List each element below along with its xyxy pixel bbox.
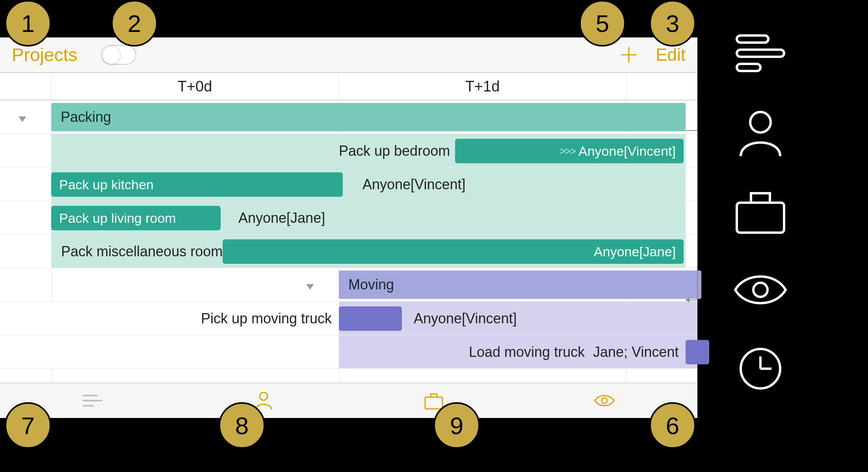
task-row[interactable]: Pick up moving truck Anyone[Vincent]	[0, 302, 697, 335]
app-frame: Projects Edit T+0d T+1d ▼ Packing Pack u…	[0, 37, 697, 418]
task-label: Load moving truck	[469, 344, 585, 360]
task-label: Pack up living room	[59, 211, 176, 226]
legend-gantt-icon	[721, 24, 800, 83]
group-bar-moving[interactable]: Moving	[339, 271, 701, 299]
task-row[interactable]: Pack up living room Anyone[Jane]	[0, 201, 697, 235]
timeline-day-0: T+0d	[51, 73, 339, 100]
gantt-icon	[81, 391, 105, 410]
eye-icon	[593, 391, 616, 410]
svg-rect-9	[737, 50, 784, 57]
gantt-view-button[interactable]	[79, 389, 107, 412]
gantt-chart[interactable]: ▼ Packing Pack up bedroom >>> Anyone[Vin…	[0, 101, 697, 382]
svg-rect-6	[425, 397, 442, 409]
task-label: Pack miscellaneous rooms	[61, 243, 230, 260]
task-resource: Anyone[Vincent]	[362, 176, 466, 193]
legend-clock-icon	[721, 339, 800, 398]
task-bar-pack-misc[interactable]: Anyone[Jane]	[223, 239, 684, 264]
task-label: Pack up kitchen	[59, 177, 154, 192]
task-row[interactable]: Pack up bedroom >>> Anyone[Vincent]	[0, 134, 697, 168]
svg-point-11	[750, 112, 771, 132]
group-label: Moving	[348, 276, 394, 293]
timeline-header: T+0d T+1d	[0, 73, 697, 101]
svg-point-7	[602, 398, 607, 403]
view-toggle-switch[interactable]	[101, 45, 136, 65]
edit-button[interactable]: Edit	[656, 45, 686, 65]
legend-eye-icon	[721, 260, 800, 319]
legend-briefcase-icon	[721, 181, 800, 241]
callout-badge-8: 8	[219, 402, 265, 449]
task-bar-pack-living[interactable]: Pack up living room	[51, 206, 221, 230]
task-bar-pack-bedroom[interactable]: >>> Anyone[Vincent]	[455, 139, 684, 163]
task-resource: Anyone[Vincent]	[578, 144, 676, 159]
task-bar-pack-kitchen[interactable]: Pack up kitchen	[51, 172, 343, 197]
legend-person-icon	[721, 103, 800, 162]
svg-rect-10	[737, 64, 760, 71]
timeline-day-1: T+1d	[339, 73, 626, 100]
side-icon-legend	[721, 24, 839, 398]
task-row[interactable]: Pack up kitchen Anyone[Vincent]	[0, 168, 697, 201]
svg-point-13	[753, 283, 768, 297]
group-bar-packing[interactable]: Packing	[51, 103, 686, 131]
task-bar-pick-truck[interactable]	[339, 306, 402, 331]
callout-badge-7: 7	[5, 402, 51, 449]
task-resource: Anyone[Vincent]	[414, 310, 517, 327]
collapse-icon[interactable]: ▼	[303, 281, 317, 291]
svg-rect-8	[737, 35, 768, 43]
svg-rect-12	[737, 203, 784, 233]
projects-back-button[interactable]: Projects	[12, 44, 77, 65]
task-row[interactable]: Pack miscellaneous rooms Anyone[Jane]	[0, 235, 697, 268]
callout-badge-5: 5	[579, 0, 626, 47]
group-label: Packing	[61, 109, 111, 125]
group-row-packing[interactable]: ▼ Packing	[0, 101, 697, 134]
callout-badge-6: 6	[649, 402, 696, 449]
plus-icon	[619, 45, 638, 64]
task-label: Pack up bedroom	[339, 143, 450, 159]
bottom-toolbar	[0, 382, 697, 418]
callout-badge-3: 3	[649, 0, 696, 47]
dependency-arrow-icon: >>>	[559, 145, 575, 157]
task-label: Pick up moving truck	[201, 310, 332, 327]
add-button[interactable]	[618, 44, 640, 66]
task-row[interactable]: Load moving truck Jane; Vincent	[0, 335, 697, 369]
callout-badge-2: 2	[111, 0, 158, 47]
view-options-button[interactable]	[590, 389, 619, 412]
task-resource: Jane; Vincent	[593, 344, 679, 360]
collapse-icon[interactable]: ▼	[16, 113, 29, 124]
callout-badge-1: 1	[5, 0, 51, 47]
task-resource: Anyone[Jane]	[594, 244, 676, 259]
task-bar-load-truck[interactable]	[686, 340, 709, 364]
svg-point-5	[260, 392, 268, 400]
group-row-moving[interactable]: ▼ Moving	[0, 268, 697, 302]
task-resource: Anyone[Jane]	[238, 210, 325, 226]
callout-badge-9: 9	[433, 402, 480, 449]
